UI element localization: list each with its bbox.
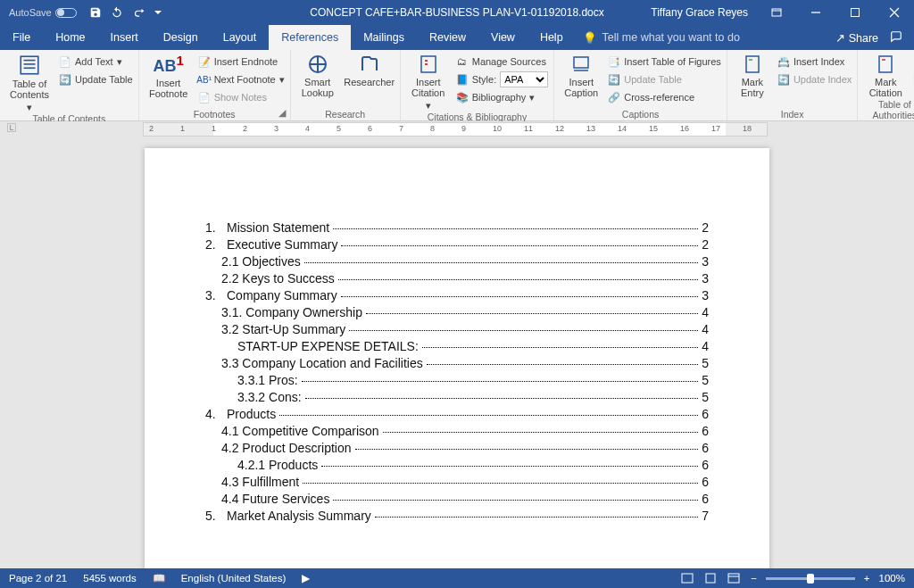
maximize-icon[interactable] [835, 0, 875, 25]
tab-insert[interactable]: Insert [98, 25, 151, 50]
bibliography-icon: 📚 [456, 91, 469, 104]
minimize-icon[interactable] [796, 0, 835, 25]
update-captions-button[interactable]: 🔄Update Table [608, 71, 721, 87]
word-count[interactable]: 5455 words [83, 573, 136, 584]
web-layout-icon[interactable] [726, 571, 742, 585]
add-text-icon: 📄 [59, 55, 71, 68]
toc-entry[interactable]: 4.4 Future Services6 [221, 492, 709, 506]
cross-reference-button[interactable]: 🔗Cross-reference [608, 89, 721, 105]
ruler-number: 15 [649, 124, 658, 133]
tell-me-search[interactable]: 💡 Tell me what you want to do [583, 31, 740, 45]
read-mode-icon[interactable] [679, 571, 695, 585]
next-footnote-button[interactable]: AB¹Next Footnote ▾ [198, 71, 285, 87]
toc-entry[interactable]: 3.3.2 Cons:5 [237, 390, 709, 404]
toc-label: Table of Contents [10, 79, 49, 100]
toc-entry[interactable]: 4.1 Competitive Comparison6 [221, 424, 709, 438]
zoom-in-button[interactable]: + [864, 573, 870, 584]
toc-leader [375, 517, 698, 518]
toc-entry[interactable]: 2.Executive Summary2 [205, 237, 709, 252]
toc-entry[interactable]: 2.1 Objectives3 [221, 254, 709, 269]
tab-layout[interactable]: Layout [211, 25, 270, 50]
insert-citation-label: Insert Citation [411, 77, 445, 98]
toc-entry[interactable]: 4.2.1 Products6 [237, 458, 709, 472]
tab-design[interactable]: Design [151, 25, 211, 50]
toc-label: 4.4 Future Services [221, 492, 329, 506]
tab-file[interactable]: File [0, 25, 43, 50]
smart-lookup-button[interactable]: Smart Lookup [296, 52, 339, 98]
toc-entry[interactable]: 3.3 Company Location and Facilities5 [221, 356, 709, 370]
zoom-out-button[interactable]: − [751, 573, 757, 584]
researcher-button[interactable]: Researcher [345, 52, 395, 87]
toc-leader [427, 364, 699, 365]
toc-page: 6 [702, 424, 709, 438]
bibliography-button[interactable]: 📚Bibliography ▾ [456, 89, 549, 105]
macro-icon[interactable]: ▶ [302, 572, 310, 584]
toc-entry[interactable]: START-UP EXPENSE DETAILS:4 [237, 339, 709, 353]
document-area[interactable]: 1.Mission Statement22.Executive Summary2… [0, 137, 914, 568]
page-indicator[interactable]: Page 2 of 21 [9, 573, 67, 584]
tab-selector[interactable]: L [7, 123, 16, 132]
zoom-slider[interactable] [766, 577, 855, 580]
toc-leader [333, 228, 698, 229]
style-dropdown[interactable]: APA [500, 71, 548, 87]
menu-bar: File Home Insert Design Layout Reference… [0, 25, 914, 50]
undo-icon[interactable] [111, 6, 123, 19]
insert-caption-button[interactable]: Insert Caption [560, 52, 602, 98]
ruler-number: 12 [555, 124, 564, 133]
toc-entry[interactable]: 3.3.1 Pros:5 [237, 373, 709, 387]
toc-number: 5. [205, 509, 227, 523]
show-notes-button[interactable]: 📄Show Notes [198, 89, 285, 105]
spellcheck-icon[interactable]: 📖 [153, 572, 165, 584]
insert-footnote-button[interactable]: AB1 Insert Footnote [145, 52, 193, 99]
toc-entry[interactable]: 5.Market Analysis Summary7 [205, 509, 709, 523]
footnotes-dialog-launcher-icon[interactable]: ◢ [276, 106, 288, 119]
share-button[interactable]: ↗ Share [835, 31, 878, 45]
citation-style-select[interactable]: 📘 Style: APA [456, 71, 549, 87]
toc-label: START-UP EXPENSE DETAILS: [237, 339, 419, 353]
toc-entry[interactable]: 4.3 Fulfillment6 [221, 475, 709, 489]
insert-index-button[interactable]: 📇Insert Index [777, 54, 852, 70]
toc-page: 5 [702, 356, 709, 370]
style-label: Style: [472, 74, 497, 85]
insert-figures-button[interactable]: 📑Insert Table of Figures [608, 54, 721, 70]
redo-icon[interactable] [132, 6, 145, 19]
tab-references[interactable]: References [269, 25, 351, 50]
save-icon[interactable] [89, 6, 102, 19]
user-name[interactable]: Tiffany Grace Reyes [651, 6, 748, 19]
toc-entry[interactable]: 2.2 Keys to Success3 [221, 271, 709, 286]
language-indicator[interactable]: English (United States) [181, 573, 287, 584]
insert-endnote-button[interactable]: 📝Insert Endnote [198, 54, 285, 70]
horizontal-ruler[interactable]: 21123456789101112131415161718 [143, 122, 768, 137]
toc-entry[interactable]: 3.Company Summary3 [205, 288, 709, 302]
manage-sources-button[interactable]: 🗂Manage Sources [456, 54, 549, 70]
mark-citation-button[interactable]: Mark Citation [863, 52, 908, 98]
toc-entry[interactable]: 4.Products6 [205, 407, 709, 421]
table-of-contents-button[interactable]: Table of Contents ▾ [5, 52, 54, 112]
insert-citation-button[interactable]: Insert Citation ▾ [406, 52, 451, 111]
toc-entry[interactable]: 3.2 Start-Up Summary4 [221, 322, 709, 336]
tab-mailings[interactable]: Mailings [351, 25, 417, 50]
update-index-button[interactable]: 🔄Update Index [777, 71, 852, 87]
add-text-button[interactable]: 📄Add Text ▾ [59, 54, 133, 70]
print-layout-icon[interactable] [702, 571, 719, 585]
update-table-button[interactable]: 🔄Update Table [59, 71, 133, 87]
autosave-toggle[interactable]: AutoSave [9, 7, 77, 18]
close-icon[interactable] [875, 0, 914, 25]
toc-label: Executive Summary [227, 237, 337, 252]
toc-entry[interactable]: 4.2 Product Description6 [221, 441, 709, 455]
document-page[interactable]: 1.Mission Statement22.Executive Summary2… [145, 148, 769, 568]
ribbon-display-icon[interactable] [757, 0, 796, 25]
add-text-label: Add Text [75, 56, 113, 67]
tab-view[interactable]: View [478, 25, 528, 50]
tab-review[interactable]: Review [417, 25, 478, 50]
toc-leader [302, 381, 699, 382]
zoom-level[interactable]: 100% [879, 573, 905, 584]
toc-entry[interactable]: 1.Mission Statement2 [205, 220, 709, 235]
figures-icon: 📑 [608, 55, 620, 68]
tab-help[interactable]: Help [528, 25, 576, 50]
qat-dropdown-icon[interactable] [154, 8, 162, 17]
comments-icon[interactable] [889, 30, 903, 46]
mark-entry-button[interactable]: Mark Entry [733, 52, 772, 98]
toc-entry[interactable]: 3.1. Company Ownership4 [221, 305, 709, 319]
tab-home[interactable]: Home [43, 25, 97, 50]
